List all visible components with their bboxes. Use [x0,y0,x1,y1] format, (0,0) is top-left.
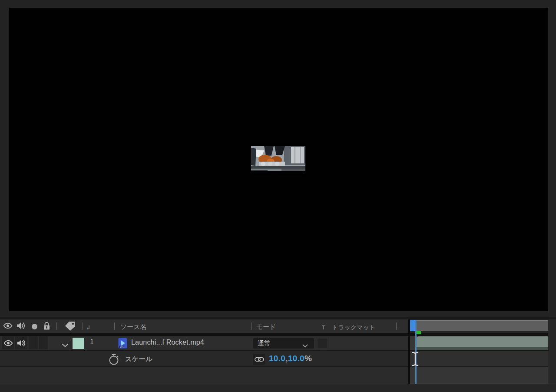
after-effects-window: # ソース名 モード T トラックマット 1 MP4 Launchi...f [0,0,556,392]
column-divider [114,322,115,330]
composition-video-frame [251,143,305,175]
layer-solo-switch[interactable] [29,336,38,349]
rocket-launch-frame-art [251,143,305,175]
link-icon [255,357,264,362]
layer-index: 1 [90,338,94,346]
column-track-divider [408,319,410,384]
stopwatch-icon[interactable] [108,353,119,367]
blend-mode-dropdown[interactable]: 通常 [253,338,314,349]
empty-row [0,367,409,384]
video-file-icon: MP4 [118,338,127,350]
timeline-footer [0,384,556,392]
column-header-source-name: ソース名 [120,322,147,331]
column-divider [83,322,83,330]
scale-value[interactable]: 10.0,10.0% [269,354,312,363]
column-divider [56,322,57,330]
scale-unit: % [304,354,312,363]
header-separator [0,333,548,336]
link-dimensions-toggle[interactable] [253,354,265,365]
solo-icon[interactable] [32,324,37,329]
layer-source-name[interactable]: Launchi...f Rocket.mp4 [131,339,204,346]
column-divider [396,322,397,330]
empty-track-lane [410,367,548,384]
scale-x-value[interactable]: 10.0 [269,354,285,363]
column-header-t: T [322,323,325,332]
eye-icon[interactable] [3,322,13,329]
blend-mode-value: 通常 [258,339,271,348]
layer-lock-switch[interactable] [39,336,48,349]
svg-text:MP4: MP4 [120,346,124,348]
eye-icon [3,340,13,346]
column-header-track-matte: トラックマット [332,323,375,332]
layer-audio-switch[interactable] [15,336,27,349]
track-matte-box[interactable] [318,339,327,348]
column-header-mode: モード [256,322,276,331]
layer-duration-bar[interactable] [416,336,548,350]
scale-property-label[interactable]: スケール [125,355,152,363]
speaker-icon[interactable] [17,322,26,329]
speaker-icon [17,339,26,347]
layer-duration-bar-shadow [416,347,548,350]
layer-video-switch[interactable] [2,336,14,349]
tag-icon[interactable] [64,321,76,331]
scale-y-value[interactable]: 10.0 [288,354,304,363]
timeline-right-margin [548,319,556,384]
column-header-number: # [87,323,90,332]
column-divider [251,322,252,330]
lock-icon[interactable] [43,322,51,330]
time-navigator-bar[interactable] [410,320,548,331]
layer-label-color-swatch[interactable] [73,338,84,349]
scale-property-track-lane [410,351,548,366]
composition-viewer[interactable] [9,8,548,311]
i-beam-cursor [411,352,419,368]
chevron-down-icon [302,342,308,349]
scale-property-row [0,351,409,366]
chevron-down-icon[interactable] [62,341,69,349]
